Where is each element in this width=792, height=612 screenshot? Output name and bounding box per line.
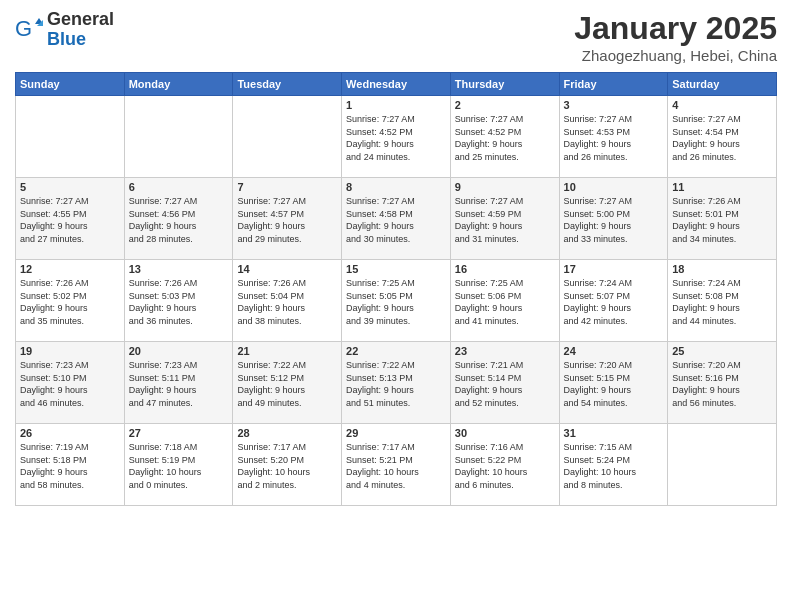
calendar-cell: 16Sunrise: 7:25 AM Sunset: 5:06 PM Dayli… [450, 260, 559, 342]
day-info: Sunrise: 7:16 AM Sunset: 5:22 PM Dayligh… [455, 441, 555, 491]
day-info: Sunrise: 7:24 AM Sunset: 5:07 PM Dayligh… [564, 277, 664, 327]
day-number: 3 [564, 99, 664, 111]
day-number: 13 [129, 263, 229, 275]
day-number: 23 [455, 345, 555, 357]
calendar-cell: 14Sunrise: 7:26 AM Sunset: 5:04 PM Dayli… [233, 260, 342, 342]
title-block: January 2025 Zhaogezhuang, Hebei, China [574, 10, 777, 64]
day-number: 28 [237, 427, 337, 439]
calendar-cell: 28Sunrise: 7:17 AM Sunset: 5:20 PM Dayli… [233, 424, 342, 506]
day-info: Sunrise: 7:26 AM Sunset: 5:04 PM Dayligh… [237, 277, 337, 327]
day-info: Sunrise: 7:27 AM Sunset: 4:56 PM Dayligh… [129, 195, 229, 245]
weekday-header-sunday: Sunday [16, 73, 125, 96]
day-info: Sunrise: 7:27 AM Sunset: 5:00 PM Dayligh… [564, 195, 664, 245]
day-info: Sunrise: 7:20 AM Sunset: 5:16 PM Dayligh… [672, 359, 772, 409]
day-number: 4 [672, 99, 772, 111]
calendar-cell: 2Sunrise: 7:27 AM Sunset: 4:52 PM Daylig… [450, 96, 559, 178]
day-number: 29 [346, 427, 446, 439]
day-number: 22 [346, 345, 446, 357]
calendar-cell: 18Sunrise: 7:24 AM Sunset: 5:08 PM Dayli… [668, 260, 777, 342]
calendar-cell: 17Sunrise: 7:24 AM Sunset: 5:07 PM Dayli… [559, 260, 668, 342]
calendar-cell [668, 424, 777, 506]
calendar-cell: 13Sunrise: 7:26 AM Sunset: 5:03 PM Dayli… [124, 260, 233, 342]
logo: G General Blue [15, 10, 114, 50]
day-info: Sunrise: 7:26 AM Sunset: 5:01 PM Dayligh… [672, 195, 772, 245]
day-info: Sunrise: 7:19 AM Sunset: 5:18 PM Dayligh… [20, 441, 120, 491]
calendar-title: January 2025 [574, 10, 777, 47]
day-number: 25 [672, 345, 772, 357]
weekday-header-monday: Monday [124, 73, 233, 96]
calendar-cell: 8Sunrise: 7:27 AM Sunset: 4:58 PM Daylig… [342, 178, 451, 260]
day-info: Sunrise: 7:20 AM Sunset: 5:15 PM Dayligh… [564, 359, 664, 409]
day-info: Sunrise: 7:25 AM Sunset: 5:06 PM Dayligh… [455, 277, 555, 327]
day-info: Sunrise: 7:26 AM Sunset: 5:03 PM Dayligh… [129, 277, 229, 327]
day-info: Sunrise: 7:18 AM Sunset: 5:19 PM Dayligh… [129, 441, 229, 491]
calendar-cell: 5Sunrise: 7:27 AM Sunset: 4:55 PM Daylig… [16, 178, 125, 260]
day-number: 17 [564, 263, 664, 275]
weekday-header-saturday: Saturday [668, 73, 777, 96]
day-info: Sunrise: 7:27 AM Sunset: 4:54 PM Dayligh… [672, 113, 772, 163]
calendar-cell: 4Sunrise: 7:27 AM Sunset: 4:54 PM Daylig… [668, 96, 777, 178]
calendar-cell: 29Sunrise: 7:17 AM Sunset: 5:21 PM Dayli… [342, 424, 451, 506]
day-info: Sunrise: 7:17 AM Sunset: 5:20 PM Dayligh… [237, 441, 337, 491]
day-number: 10 [564, 181, 664, 193]
day-number: 18 [672, 263, 772, 275]
calendar-table: SundayMondayTuesdayWednesdayThursdayFrid… [15, 72, 777, 506]
svg-text:G: G [15, 16, 32, 41]
week-row-3: 19Sunrise: 7:23 AM Sunset: 5:10 PM Dayli… [16, 342, 777, 424]
calendar-cell: 15Sunrise: 7:25 AM Sunset: 5:05 PM Dayli… [342, 260, 451, 342]
logo-text: General Blue [47, 10, 114, 50]
day-info: Sunrise: 7:22 AM Sunset: 5:12 PM Dayligh… [237, 359, 337, 409]
week-row-1: 5Sunrise: 7:27 AM Sunset: 4:55 PM Daylig… [16, 178, 777, 260]
day-info: Sunrise: 7:22 AM Sunset: 5:13 PM Dayligh… [346, 359, 446, 409]
calendar-cell: 9Sunrise: 7:27 AM Sunset: 4:59 PM Daylig… [450, 178, 559, 260]
day-number: 6 [129, 181, 229, 193]
calendar-cell: 25Sunrise: 7:20 AM Sunset: 5:16 PM Dayli… [668, 342, 777, 424]
day-number: 2 [455, 99, 555, 111]
day-number: 30 [455, 427, 555, 439]
calendar-cell: 10Sunrise: 7:27 AM Sunset: 5:00 PM Dayli… [559, 178, 668, 260]
logo-general-text: General [47, 10, 114, 30]
day-info: Sunrise: 7:24 AM Sunset: 5:08 PM Dayligh… [672, 277, 772, 327]
calendar-cell: 30Sunrise: 7:16 AM Sunset: 5:22 PM Dayli… [450, 424, 559, 506]
calendar-cell [16, 96, 125, 178]
day-number: 20 [129, 345, 229, 357]
day-number: 21 [237, 345, 337, 357]
day-info: Sunrise: 7:23 AM Sunset: 5:10 PM Dayligh… [20, 359, 120, 409]
day-info: Sunrise: 7:23 AM Sunset: 5:11 PM Dayligh… [129, 359, 229, 409]
logo-blue-text: Blue [47, 30, 114, 50]
day-info: Sunrise: 7:27 AM Sunset: 4:57 PM Dayligh… [237, 195, 337, 245]
day-number: 16 [455, 263, 555, 275]
day-info: Sunrise: 7:27 AM Sunset: 4:55 PM Dayligh… [20, 195, 120, 245]
calendar-cell [233, 96, 342, 178]
day-number: 19 [20, 345, 120, 357]
calendar-cell: 1Sunrise: 7:27 AM Sunset: 4:52 PM Daylig… [342, 96, 451, 178]
weekday-header-thursday: Thursday [450, 73, 559, 96]
weekday-header-row: SundayMondayTuesdayWednesdayThursdayFrid… [16, 73, 777, 96]
day-number: 12 [20, 263, 120, 275]
page: G General Blue January 2025 Zhaogezhuang… [0, 0, 792, 612]
calendar-cell: 12Sunrise: 7:26 AM Sunset: 5:02 PM Dayli… [16, 260, 125, 342]
day-info: Sunrise: 7:26 AM Sunset: 5:02 PM Dayligh… [20, 277, 120, 327]
day-number: 5 [20, 181, 120, 193]
calendar-cell [124, 96, 233, 178]
day-number: 7 [237, 181, 337, 193]
weekday-header-wednesday: Wednesday [342, 73, 451, 96]
calendar-cell: 11Sunrise: 7:26 AM Sunset: 5:01 PM Dayli… [668, 178, 777, 260]
calendar-cell: 3Sunrise: 7:27 AM Sunset: 4:53 PM Daylig… [559, 96, 668, 178]
day-info: Sunrise: 7:27 AM Sunset: 4:53 PM Dayligh… [564, 113, 664, 163]
day-number: 15 [346, 263, 446, 275]
day-number: 26 [20, 427, 120, 439]
day-info: Sunrise: 7:17 AM Sunset: 5:21 PM Dayligh… [346, 441, 446, 491]
day-info: Sunrise: 7:27 AM Sunset: 4:52 PM Dayligh… [346, 113, 446, 163]
calendar-cell: 19Sunrise: 7:23 AM Sunset: 5:10 PM Dayli… [16, 342, 125, 424]
day-info: Sunrise: 7:27 AM Sunset: 4:52 PM Dayligh… [455, 113, 555, 163]
calendar-cell: 31Sunrise: 7:15 AM Sunset: 5:24 PM Dayli… [559, 424, 668, 506]
calendar-cell: 22Sunrise: 7:22 AM Sunset: 5:13 PM Dayli… [342, 342, 451, 424]
day-number: 1 [346, 99, 446, 111]
day-info: Sunrise: 7:25 AM Sunset: 5:05 PM Dayligh… [346, 277, 446, 327]
calendar-cell: 23Sunrise: 7:21 AM Sunset: 5:14 PM Dayli… [450, 342, 559, 424]
calendar-cell: 27Sunrise: 7:18 AM Sunset: 5:19 PM Dayli… [124, 424, 233, 506]
calendar-cell: 24Sunrise: 7:20 AM Sunset: 5:15 PM Dayli… [559, 342, 668, 424]
week-row-4: 26Sunrise: 7:19 AM Sunset: 5:18 PM Dayli… [16, 424, 777, 506]
week-row-2: 12Sunrise: 7:26 AM Sunset: 5:02 PM Dayli… [16, 260, 777, 342]
